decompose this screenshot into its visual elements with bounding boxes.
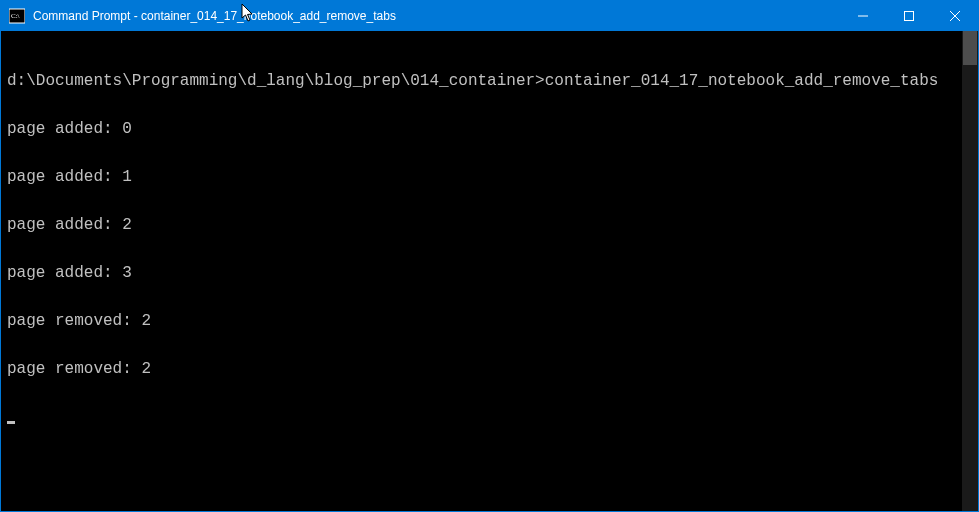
output-line: page added: 3	[7, 265, 956, 281]
prompt-line: d:\Documents\Programming\d_lang\blog_pre…	[7, 73, 956, 89]
output-line: page removed: 2	[7, 313, 956, 329]
command-prompt-window: C:\ Command Prompt - container_014_17_no…	[0, 0, 979, 512]
titlebar[interactable]: C:\ Command Prompt - container_014_17_no…	[1, 1, 978, 31]
output-line: page added: 0	[7, 121, 956, 137]
svg-text:C:\: C:\	[11, 12, 20, 20]
output-line: page removed: 2	[7, 361, 956, 377]
output-line: page added: 2	[7, 217, 956, 233]
client-area: d:\Documents\Programming\d_lang\blog_pre…	[1, 31, 978, 511]
cursor-line	[7, 409, 956, 425]
vertical-scrollbar[interactable]	[962, 31, 978, 511]
maximize-button[interactable]	[886, 1, 932, 31]
minimize-button[interactable]	[840, 1, 886, 31]
svg-rect-3	[905, 12, 914, 21]
console-output[interactable]: d:\Documents\Programming\d_lang\blog_pre…	[1, 31, 962, 511]
window-controls	[840, 1, 978, 31]
app-icon: C:\	[9, 8, 25, 24]
scrollbar-thumb[interactable]	[963, 31, 977, 65]
text-cursor-icon	[7, 421, 15, 424]
window-title: Command Prompt - container_014_17_notebo…	[31, 9, 840, 23]
close-button[interactable]	[932, 1, 978, 31]
prompt-path: d:\Documents\Programming\d_lang\blog_pre…	[7, 72, 545, 90]
output-line: page added: 1	[7, 169, 956, 185]
command-text: container_014_17_notebook_add_remove_tab…	[545, 72, 939, 90]
